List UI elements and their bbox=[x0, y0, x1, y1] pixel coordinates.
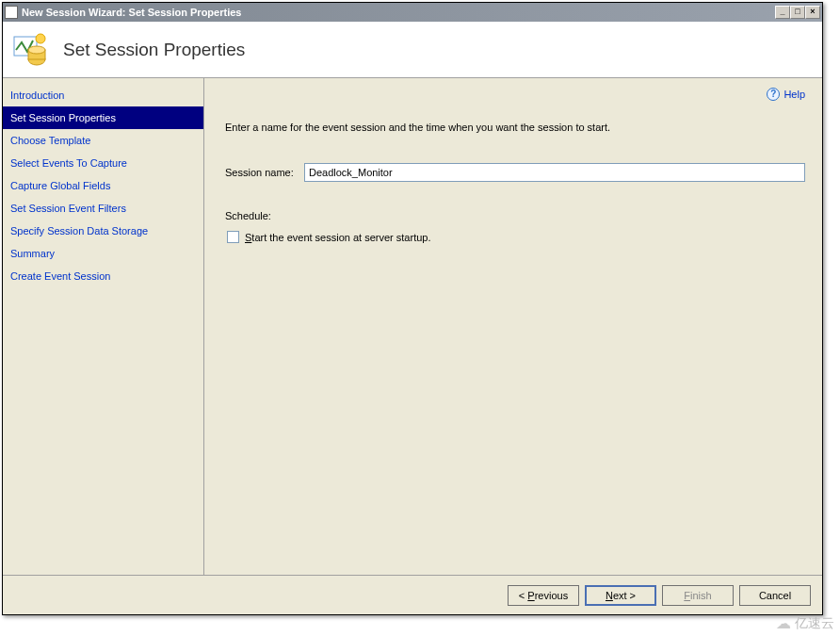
sidebar-item-summary[interactable]: Summary bbox=[3, 242, 203, 265]
sidebar-item-choose-template[interactable]: Choose Template bbox=[3, 129, 203, 152]
startup-checkbox-row: Start the event session at server startu… bbox=[225, 231, 805, 243]
sidebar-item-data-storage[interactable]: Specify Session Data Storage bbox=[3, 220, 203, 242]
instruction-text: Enter a name for the event session and t… bbox=[225, 122, 805, 133]
sidebar-item-create-event-session[interactable]: Create Event Session bbox=[3, 265, 203, 287]
sidebar-item-label: Specify Session Data Storage bbox=[10, 225, 148, 236]
minimize-button[interactable]: _ bbox=[775, 6, 790, 19]
sidebar-item-select-events[interactable]: Select Events To Capture bbox=[3, 152, 203, 174]
sidebar-item-label: Select Events To Capture bbox=[10, 157, 127, 169]
window-title: New Session Wizard: Set Session Properti… bbox=[22, 7, 775, 18]
main-panel: ? Help Enter a name for the event sessio… bbox=[204, 78, 822, 575]
help-link[interactable]: ? Help bbox=[767, 88, 805, 101]
finish-button: Finish bbox=[662, 585, 734, 606]
watermark: ☁ 亿速云 bbox=[776, 614, 834, 632]
cancel-button[interactable]: Cancel bbox=[739, 585, 811, 606]
previous-button[interactable]: < Previous bbox=[508, 585, 579, 606]
session-name-row: Session name: bbox=[225, 163, 805, 182]
footer: < Previous Next > Finish Cancel bbox=[3, 575, 822, 614]
sidebar: Introduction Set Session Properties Choo… bbox=[3, 78, 204, 575]
wizard-icon bbox=[12, 31, 50, 69]
page-title: Set Session Properties bbox=[63, 40, 245, 60]
watermark-text: 亿速云 bbox=[795, 615, 834, 632]
header-band: Set Session Properties bbox=[3, 22, 822, 78]
startup-checkbox-label[interactable]: Start the event session at server startu… bbox=[245, 232, 431, 243]
sidebar-item-label: Set Session Event Filters bbox=[10, 203, 126, 214]
help-icon: ? bbox=[767, 88, 780, 101]
next-button[interactable]: Next > bbox=[585, 585, 656, 606]
body-area: Introduction Set Session Properties Choo… bbox=[3, 78, 822, 575]
session-name-input[interactable] bbox=[304, 163, 805, 182]
window-controls: _ □ × bbox=[775, 6, 820, 19]
sidebar-item-capture-global-fields[interactable]: Capture Global Fields bbox=[3, 174, 203, 197]
sidebar-item-label: Set Session Properties bbox=[10, 112, 116, 123]
cloud-icon: ☁ bbox=[776, 614, 791, 632]
sidebar-item-label: Summary bbox=[10, 248, 55, 259]
startup-checkbox[interactable] bbox=[227, 231, 239, 243]
svg-point-1 bbox=[36, 34, 45, 43]
wizard-window: New Session Wizard: Set Session Properti… bbox=[2, 2, 823, 615]
schedule-label: Schedule: bbox=[225, 210, 805, 221]
sidebar-item-set-event-filters[interactable]: Set Session Event Filters bbox=[3, 197, 203, 220]
session-name-label: Session name: bbox=[225, 167, 304, 178]
app-icon bbox=[5, 6, 18, 19]
close-button[interactable]: × bbox=[805, 6, 820, 19]
svg-point-4 bbox=[28, 46, 45, 54]
sidebar-item-label: Choose Template bbox=[10, 135, 90, 146]
help-label: Help bbox=[783, 89, 805, 100]
sidebar-item-label: Create Event Session bbox=[10, 270, 110, 282]
maximize-button[interactable]: □ bbox=[790, 6, 805, 19]
sidebar-item-set-session-properties[interactable]: Set Session Properties bbox=[3, 106, 203, 129]
sidebar-item-label: Introduction bbox=[10, 90, 64, 101]
sidebar-item-label: Capture Global Fields bbox=[10, 180, 110, 191]
titlebar: New Session Wizard: Set Session Properti… bbox=[3, 3, 822, 22]
sidebar-item-introduction[interactable]: Introduction bbox=[3, 84, 203, 106]
